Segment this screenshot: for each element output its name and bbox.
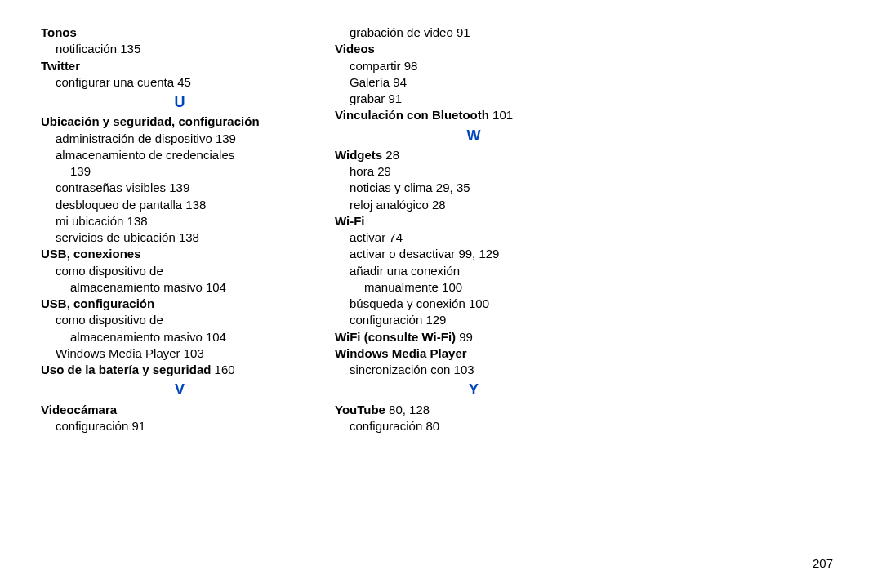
index-heading-pages: 99: [456, 330, 473, 344]
index-sub-cont: 139: [41, 163, 318, 180]
section-letter-y: Y: [335, 380, 612, 399]
index-heading-pages: 160: [211, 363, 234, 376]
index-heading-tonos: Tonos: [41, 24, 318, 41]
index-heading-wifi-consulte: WiFi (consulte Wi-Fi) 99: [335, 329, 612, 345]
index-sub: noticias y clima 29, 35: [335, 180, 612, 196]
index-sub-cont: almacenamiento masivo 104: [41, 279, 318, 296]
index-sub: configuración 129: [335, 312, 612, 328]
index-sub: configuración 80: [335, 418, 612, 434]
index-heading-text: Vinculación con Bluetooth: [335, 108, 489, 122]
index-sub: como dispositivo de: [41, 312, 318, 328]
index-sub: sincronización con 103: [335, 362, 612, 378]
index-sub: notificación 135: [41, 41, 318, 57]
index-sub: reloj analógico 28: [335, 197, 612, 213]
index-heading-wifi: Wi-Fi: [335, 213, 612, 229]
index-heading-videos: Videos: [335, 41, 612, 57]
page-number: 207: [813, 555, 833, 572]
index-sub: desbloqueo de pantalla 138: [41, 197, 318, 213]
index-sub: búsqueda y conexión 100: [335, 296, 612, 312]
index-sub: grabar 91: [335, 91, 612, 107]
index-heading-pages: 80, 128: [385, 403, 430, 416]
index-heading-usb-configuracion: USB, configuración: [41, 296, 318, 312]
index-sub: servicios de ubicación 138: [41, 229, 318, 246]
index-sub: administración de dispositivo 139: [41, 131, 318, 147]
index-sub: configuración 91: [41, 418, 318, 434]
section-letter-w: W: [335, 126, 612, 145]
index-heading-widgets: Widgets 28: [335, 147, 612, 163]
index-heading-uso-bateria: Uso de la batería y seguridad 160: [41, 362, 318, 378]
index-sub: como dispositivo de: [41, 263, 318, 279]
index-heading-pages: 28: [382, 148, 399, 162]
index-heading-wmp: Windows Media Player: [335, 345, 612, 362]
index-heading-pages: 101: [489, 108, 513, 122]
index-heading-videocamara: Videocámara: [41, 402, 318, 418]
index-heading-ubicacion: Ubicación y seguridad, configuración: [41, 114, 318, 130]
index-sub-cont: manualmente 100: [335, 279, 612, 296]
index-sub-cont: almacenamiento masivo 104: [41, 329, 318, 345]
index-sub: hora 29: [335, 163, 612, 180]
index-heading-youtube: YouTube 80, 128: [335, 402, 612, 418]
index-sub: almacenamiento de credenciales: [41, 147, 318, 163]
index-column-1: Tonos notificación 135 Twitter configura…: [41, 24, 318, 434]
index-sub: Galería 94: [335, 74, 612, 91]
section-letter-u: U: [41, 92, 318, 112]
index-sub: añadir una conexión: [335, 263, 612, 279]
index-sub: grabación de video 91: [335, 24, 612, 41]
index-sub: mi ubicación 138: [41, 213, 318, 229]
index-heading-text: Uso de la batería y seguridad: [41, 363, 211, 376]
index-heading-text: YouTube: [335, 403, 385, 416]
index-sub: activar o desactivar 99, 129: [335, 246, 612, 262]
index-heading-text: Widgets: [335, 148, 382, 162]
index-sub: activar 74: [335, 229, 612, 246]
index-sub: Windows Media Player 103: [41, 345, 318, 362]
index-heading-vinculacion-bluetooth: Vinculación con Bluetooth 101: [335, 107, 612, 123]
index-sub: contraseñas visibles 139: [41, 180, 318, 196]
index-heading-text: WiFi (consulte Wi-Fi): [335, 330, 456, 344]
index-sub: compartir 98: [335, 58, 612, 74]
index-heading-usb-conexiones: USB, conexiones: [41, 246, 318, 262]
index-sub: configurar una cuenta 45: [41, 74, 318, 91]
section-letter-v: V: [41, 380, 318, 399]
index-column-2: grabación de video 91 Videos compartir 9…: [335, 24, 612, 434]
index-heading-twitter: Twitter: [41, 58, 318, 74]
